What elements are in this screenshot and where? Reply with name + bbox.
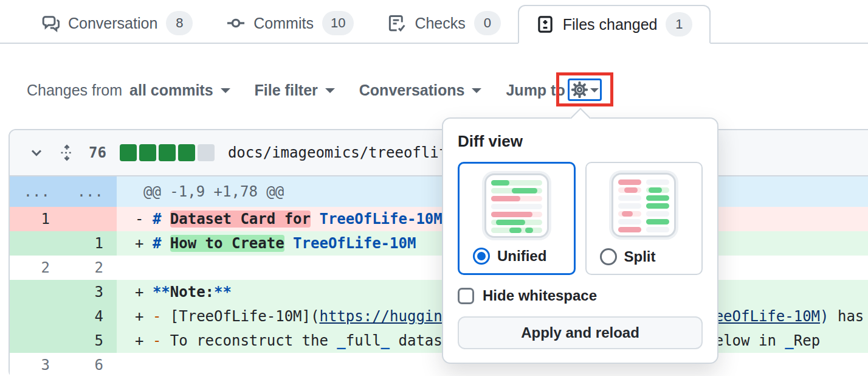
line-number-new[interactable]: 3 — [63, 280, 117, 304]
diff-row: 1+ # How to Create TreeOfLife-10M — [10, 231, 868, 256]
line-number-new[interactable]: ... — [63, 176, 117, 207]
tab-counter: 0 — [474, 11, 501, 35]
changes-from-prefix: Changes from — [27, 82, 122, 99]
code-segment: [TreeOfLife-10M]( — [170, 308, 320, 325]
split-diff-icon — [611, 173, 676, 237]
diff-view-popover: Diff view Unified — [442, 117, 718, 364]
line-number-new[interactable]: 4 — [63, 304, 117, 329]
unified-radio[interactable] — [473, 248, 490, 265]
tab-counter: 10 — [322, 11, 354, 35]
code-segment: - — [153, 332, 170, 349]
diff-row: 5+ - To reconstruct the _full_ dataset, … — [10, 329, 868, 353]
file-filter-dropdown[interactable]: File filter — [255, 82, 335, 99]
code-segment — [284, 235, 293, 252]
diff-row: 4+ - [TreeOfLife-10M](https://huggingfac… — [10, 304, 868, 329]
line-number-new[interactable] — [63, 207, 117, 231]
diff-view-option-unified[interactable]: Unified — [458, 162, 576, 275]
gear-icon — [571, 82, 588, 98]
hide-whitespace-row: Hide whitespace — [458, 287, 703, 304]
split-radio[interactable] — [600, 248, 617, 265]
unified-diff-icon — [484, 173, 549, 238]
tab-checks[interactable]: Checks 0 — [371, 4, 517, 43]
tab-label: Conversation — [68, 15, 157, 32]
chevron-down-icon — [221, 88, 230, 98]
code-segment: To reconstruct the — [170, 332, 337, 349]
code-segment: ** — [153, 284, 170, 301]
chevron-down-icon — [472, 88, 481, 98]
code-segment: - — [135, 211, 153, 228]
line-number-old[interactable]: 1 — [10, 207, 63, 231]
conversations-dropdown[interactable]: Conversations — [359, 82, 482, 99]
code-segment: _ — [337, 332, 345, 349]
tab-label: Files changed — [563, 16, 658, 33]
changes-from-value: all commits — [129, 82, 213, 99]
unified-radio-label: Unified — [497, 248, 546, 265]
tab-commits[interactable]: Commits 10 — [210, 4, 371, 43]
code-segment: TreeOfLife-10M — [319, 211, 442, 228]
code-segment — [311, 211, 319, 228]
diff-file-header: 76 docs/imageomics/treeoflife10m. — [10, 130, 868, 176]
checklist-icon — [388, 14, 406, 32]
popover-heading: Diff view — [458, 132, 703, 151]
code-segment: + — [135, 235, 153, 252]
diffstat-blocks — [120, 144, 215, 161]
line-number-old[interactable] — [10, 329, 63, 353]
diff-file-container: 76 docs/imageomics/treeoflife10m. ......… — [9, 129, 868, 376]
line-number-new[interactable]: 2 — [63, 256, 117, 280]
comment-discussion-icon — [41, 14, 60, 32]
code-segment: # — [153, 235, 170, 252]
code-segment: TreeOfLife-10M — [293, 235, 416, 252]
code-segment: _ — [785, 332, 793, 349]
tab-counter: 8 — [166, 11, 193, 35]
apply-and-reload-button[interactable]: Apply and reload — [458, 316, 703, 349]
diff-row: 36 — [10, 353, 868, 376]
file-diff-icon — [536, 15, 554, 33]
collapse-chevron-down-icon[interactable] — [28, 144, 45, 161]
tab-label: Checks — [415, 15, 465, 32]
line-number-old[interactable] — [10, 280, 63, 304]
code-segment: - — [153, 308, 170, 325]
code-segment: How to Create — [170, 235, 284, 252]
line-number-old[interactable]: ... — [10, 176, 63, 207]
git-commit-icon — [227, 14, 245, 32]
code-segment: _ — [381, 332, 390, 349]
code-segment: + — [135, 284, 153, 301]
drag-handle-icon[interactable] — [58, 144, 75, 161]
line-number-old[interactable] — [10, 231, 63, 256]
changes-from-dropdown[interactable]: Changes from all commits — [27, 82, 230, 99]
line-number-new[interactable]: 5 — [63, 329, 117, 353]
diff-row: 1- # Dataset Card for TreeOfLife-10M — [10, 207, 868, 231]
line-number-old[interactable]: 2 — [10, 256, 63, 280]
code-segment: has t — [829, 308, 868, 325]
pr-tab-bar: Conversation 8 Commits 10 Checks 0 — [0, 0, 868, 44]
line-number-new[interactable]: 6 — [63, 353, 117, 376]
chevron-down-icon — [325, 88, 335, 98]
hide-whitespace-checkbox[interactable] — [458, 288, 474, 304]
changed-lines-count: 76 — [89, 144, 106, 161]
line-number-old[interactable] — [10, 304, 63, 329]
line-number-old[interactable]: 3 — [10, 353, 63, 376]
split-radio-label: Split — [624, 248, 656, 265]
popover-arrow — [570, 108, 591, 128]
hide-whitespace-label: Hide whitespace — [483, 287, 597, 304]
code-segment: # — [153, 211, 170, 228]
code-segment: Dataset Card for — [170, 211, 311, 228]
code-segment: + — [135, 332, 153, 349]
chevron-down-icon — [590, 88, 599, 97]
diff-view-option-split[interactable]: Split — [585, 162, 703, 275]
tab-label: Commits — [253, 15, 314, 32]
code-segment: Note: — [170, 284, 214, 301]
code-segment: full — [346, 332, 381, 349]
code-segment: ** — [214, 284, 232, 301]
tab-counter: 1 — [666, 12, 692, 37]
tab-files-changed[interactable]: Files changed 1 — [518, 5, 711, 44]
diff-row: 3+ **Note:** — [10, 280, 868, 304]
diff-row: 22 — [10, 256, 868, 280]
diff-toolbar: Changes from all commits File filter Con… — [27, 74, 582, 106]
diff-settings-button[interactable] — [568, 78, 602, 101]
line-number-new[interactable]: 1 — [63, 231, 117, 256]
tab-conversation[interactable]: Conversation 8 — [24, 4, 210, 43]
code-segment: + — [135, 308, 153, 325]
code-segment: ) — [820, 308, 828, 325]
code-segment: Rep — [794, 332, 820, 349]
